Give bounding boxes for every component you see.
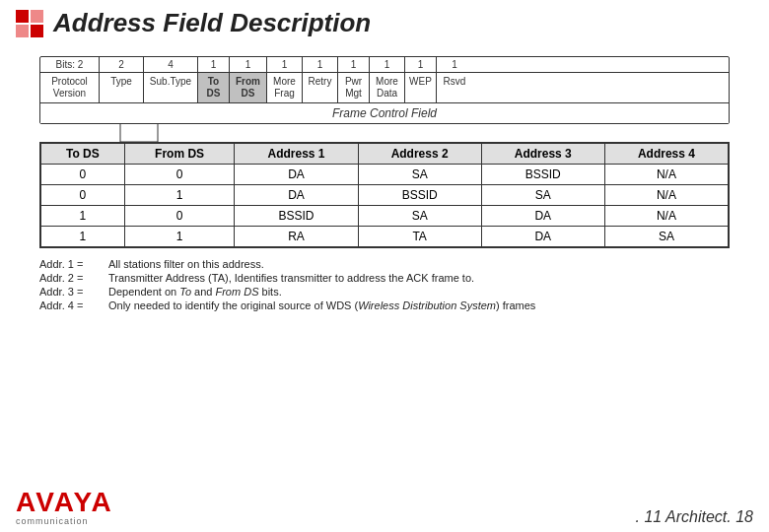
sq3 <box>16 25 29 37</box>
col-addr1: Address 1 <box>235 144 358 165</box>
field-rsvd: Rsvd <box>437 73 472 102</box>
cell-0-1: 0 <box>124 165 235 185</box>
cell-1-1: 1 <box>124 185 235 206</box>
col-addr2: Address 2 <box>358 144 481 165</box>
table-body: 00DASABSSIDN/A01DABSSIDSAN/A10BSSIDSADAN… <box>41 165 729 247</box>
field-fromds: FromDS <box>230 73 267 102</box>
bits-1g: 1 <box>405 57 437 72</box>
cell-1-5: N/A <box>604 185 728 206</box>
cell-0-3: SA <box>358 165 481 185</box>
field-type: Type <box>100 73 144 102</box>
cell-0-4: BSSID <box>481 165 604 185</box>
cell-2-2: BSSID <box>235 206 358 227</box>
cell-3-5: SA <box>604 227 728 247</box>
table-header: To DS From DS Address 1 Address 2 Addres… <box>41 144 729 165</box>
bottom-bar: AVAYA communication . 11 Architect. 18 <box>0 485 769 532</box>
avaya-sub: communication <box>16 516 89 526</box>
note-label-0: Addr. 1 = <box>39 258 108 270</box>
bits-row: Bits: 2 2 4 1 1 1 1 1 1 1 1 <box>40 57 729 73</box>
page-title: Address Field Description <box>53 8 371 38</box>
cell-3-0: 1 <box>41 227 125 247</box>
cell-2-5: N/A <box>604 206 728 227</box>
address-table-wrapper: To DS From DS Address 1 Address 2 Addres… <box>39 142 730 248</box>
cell-0-0: 0 <box>41 165 125 185</box>
note-label-1: Addr. 2 = <box>39 272 108 284</box>
cell-3-2: RA <box>235 227 358 247</box>
bits-2a: Bits: 2 <box>40 57 100 72</box>
col-addr3: Address 3 <box>481 144 604 165</box>
table-row: 11RATADASA <box>41 227 729 247</box>
note-text-3: Only needed to identify the original sou… <box>108 299 730 311</box>
bits-1d: 1 <box>303 57 338 72</box>
connector-svg <box>39 124 730 142</box>
note-row-2: Addr. 3 =Dependent on To and From DS bit… <box>39 286 730 298</box>
header-bar: Address Field Description <box>0 0 769 46</box>
bits-1f: 1 <box>370 57 405 72</box>
bits-1e: 1 <box>338 57 370 72</box>
cell-2-1: 0 <box>124 206 235 227</box>
note-text-2: Dependent on To and From DS bits. <box>108 286 730 298</box>
note-row-1: Addr. 2 =Transmitter Address (TA), Ident… <box>39 272 730 284</box>
frame-label: Frame Control Field <box>40 102 729 123</box>
field-morefrag: MoreFrag <box>267 73 303 102</box>
field-pwrmgt: PwrMgt <box>338 73 370 102</box>
field-wep: WEP <box>405 73 437 102</box>
note-text-1: Transmitter Address (TA), Identifies tra… <box>108 272 730 284</box>
bits-4: 4 <box>144 57 198 72</box>
note-text-0: All stations filter on this address. <box>108 258 730 270</box>
bits-1c: 1 <box>267 57 303 72</box>
cell-1-3: BSSID <box>358 185 481 206</box>
field-tods: ToDS <box>198 73 230 102</box>
field-subtype: Sub.Type <box>144 73 198 102</box>
col-fromds: From DS <box>124 144 235 165</box>
avaya-logo: AVAYA communication <box>16 489 113 526</box>
table-row: 01DABSSIDSAN/A <box>41 185 729 206</box>
cell-2-4: DA <box>481 206 604 227</box>
bits-2b: 2 <box>100 57 144 72</box>
table-row: 00DASABSSIDN/A <box>41 165 729 185</box>
curve-connector <box>39 124 730 142</box>
sq2 <box>31 10 43 23</box>
cell-3-4: DA <box>481 227 604 247</box>
col-tods: To DS <box>41 144 125 165</box>
cell-2-0: 1 <box>41 206 125 227</box>
field-retry: Retry <box>303 73 338 102</box>
cell-3-1: 1 <box>124 227 235 247</box>
field-protocol: ProtocolVersion <box>40 73 100 102</box>
cell-1-4: SA <box>481 185 604 206</box>
avaya-brand: AVAYA <box>16 489 113 516</box>
cell-3-3: TA <box>358 227 481 247</box>
cell-1-2: DA <box>235 185 358 206</box>
table-row: 10BSSIDSADAN/A <box>41 206 729 227</box>
bits-1a: 1 <box>198 57 230 72</box>
address-table: To DS From DS Address 1 Address 2 Addres… <box>40 143 729 247</box>
note-label-2: Addr. 3 = <box>39 286 108 298</box>
col-addr4: Address 4 <box>604 144 728 165</box>
cell-0-5: N/A <box>604 165 728 185</box>
note-row-0: Addr. 1 =All stations filter on this add… <box>39 258 730 270</box>
cell-0-2: DA <box>235 165 358 185</box>
fields-row: ProtocolVersion Type Sub.Type ToDS FromD… <box>40 73 729 102</box>
table-header-row: To DS From DS Address 1 Address 2 Addres… <box>41 144 729 165</box>
note-label-3: Addr. 4 = <box>39 299 108 311</box>
notes-section: Addr. 1 =All stations filter on this add… <box>39 258 730 311</box>
logo-squares <box>16 10 43 37</box>
field-moredata: MoreData <box>370 73 405 102</box>
cell-2-3: SA <box>358 206 481 227</box>
note-row-3: Addr. 4 =Only needed to identify the ori… <box>39 299 730 311</box>
bits-1b: 1 <box>230 57 267 72</box>
bits-1h: 1 <box>437 57 472 72</box>
slide-info: . 11 Architect. 18 <box>636 508 753 526</box>
sq1 <box>16 10 29 23</box>
sq4 <box>31 25 43 37</box>
cell-1-0: 0 <box>41 185 125 206</box>
frame-control-diagram: Bits: 2 2 4 1 1 1 1 1 1 1 1 ProtocolVers… <box>39 56 730 124</box>
